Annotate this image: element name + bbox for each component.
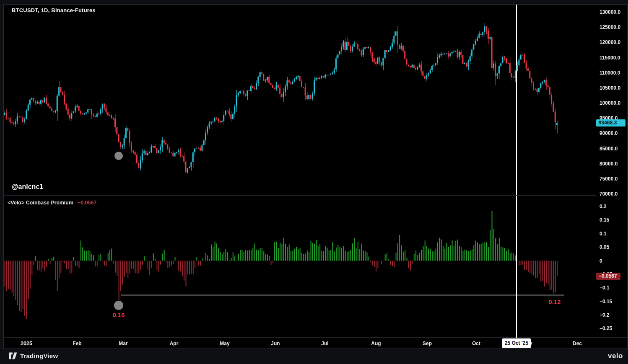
price-tick-label: 105000.0 bbox=[599, 85, 627, 91]
premium-tick-label: 0.1 bbox=[599, 230, 627, 237]
axis-separator-line bbox=[596, 5, 596, 349]
symbol-legend[interactable]: BTCUSDT, 1D, Binance-Futures bbox=[12, 7, 96, 13]
premium-tick-label: 0.05 bbox=[599, 244, 627, 250]
month-label-mar: Mar bbox=[106, 341, 140, 346]
indicator-title: <Velo> Coinbase Premium bbox=[8, 200, 73, 206]
month-label-2025: 2025 bbox=[10, 341, 43, 346]
price-tick-label: 120000.0 bbox=[599, 39, 627, 46]
crosshair-date-badge: 25 Oct '25 bbox=[502, 338, 531, 348]
month-label-aug: Aug bbox=[359, 341, 393, 346]
price-tick-label: 110000.0 bbox=[599, 70, 627, 76]
footer-bar: TradingView velo bbox=[0, 350, 628, 364]
premium-tick-label: 0.15 bbox=[599, 217, 627, 223]
chart-canvas[interactable] bbox=[0, 0, 628, 364]
price-tick-label: 100000.0 bbox=[599, 100, 627, 106]
month-label-jun: Jun bbox=[259, 341, 292, 346]
watermark-label: @anlcnc1 bbox=[12, 183, 43, 191]
tradingview-logo[interactable]: TradingView bbox=[9, 352, 58, 359]
price-tick-label: 115000.0 bbox=[599, 54, 627, 61]
month-label-dec: Dec bbox=[561, 341, 594, 346]
month-label-jul: Jul bbox=[308, 341, 342, 346]
month-label-apr: Apr bbox=[157, 341, 191, 346]
velo-logo[interactable]: velo bbox=[608, 352, 623, 360]
tradingview-logo-icon bbox=[9, 352, 17, 359]
price-tick-label: 85000.0 bbox=[599, 145, 627, 152]
price-tick-label: 75000.0 bbox=[599, 176, 627, 182]
premium-tick-label: −0.1 bbox=[599, 284, 627, 291]
month-label-may: May bbox=[208, 341, 241, 346]
price-scale-axis[interactable]: 130000.0125000.0120000.0115000.0110000.0… bbox=[596, 5, 628, 338]
last-price-badge: 93468.3 bbox=[596, 119, 625, 126]
price-tick-label: 90000.0 bbox=[599, 130, 627, 137]
indicator-value-badge: −0.0567 bbox=[596, 273, 620, 280]
premium-tick-label: −0.2 bbox=[599, 312, 627, 318]
month-label-feb: Feb bbox=[60, 341, 94, 346]
premium-tick-label: 0.2 bbox=[599, 203, 627, 210]
annotation-label-012[interactable]: 0.12 bbox=[538, 298, 571, 305]
annotation-label-016[interactable]: 0.16 bbox=[102, 311, 135, 318]
chart-page: BTCUSDT, 1D, Binance-Futures @anlcnc1 <V… bbox=[0, 0, 628, 364]
indicator-value: −0.0567 bbox=[78, 200, 97, 206]
time-scale-axis[interactable]: 2025FebMarAprMayJunJulAugSepOctNovDec bbox=[4, 338, 628, 349]
price-tick-label: 80000.0 bbox=[599, 160, 627, 167]
premium-tick-label: 0 bbox=[599, 258, 627, 264]
price-tick-label: 70000.0 bbox=[599, 191, 627, 197]
price-tick-label: 130000.0 bbox=[599, 9, 627, 15]
premium-tick-label: −0.15 bbox=[599, 298, 627, 305]
month-label-sep: Sep bbox=[410, 341, 444, 346]
tradingview-logo-text: TradingView bbox=[20, 352, 58, 359]
price-tick-label: 125000.0 bbox=[599, 24, 627, 31]
indicator-legend[interactable]: <Velo> Coinbase Premium−0.0567 bbox=[8, 200, 97, 206]
premium-tick-label: −0.25 bbox=[599, 325, 627, 332]
month-label-oct: Oct bbox=[459, 341, 493, 346]
